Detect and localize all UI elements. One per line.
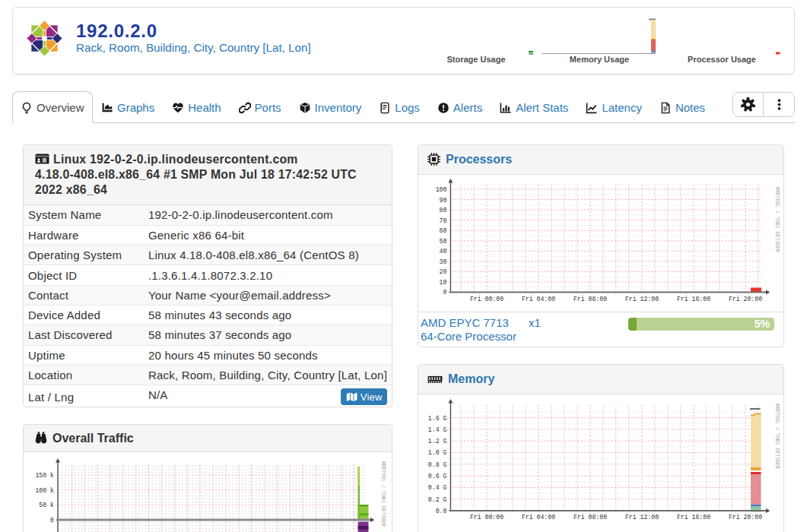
svg-text:1.2 G: 1.2 G — [428, 438, 447, 445]
svg-text:0.4 G: 0.4 G — [428, 484, 447, 491]
svg-text:0.2 G: 0.2 G — [428, 496, 447, 503]
svg-text:Fri 04:00: Fri 04:00 — [522, 514, 555, 521]
svg-text:Fri 00:00: Fri 00:00 — [470, 514, 504, 521]
svg-text:RRDTOOL / TOBI OETIKER: RRDTOOL / TOBI OETIKER — [774, 404, 780, 469]
svg-text:40: 40 — [440, 248, 447, 255]
svg-text:50 k: 50 k — [39, 502, 54, 508]
svg-text:70: 70 — [440, 217, 447, 224]
svg-text:1.4 G: 1.4 G — [428, 426, 447, 433]
svg-text:Fri 12:00: Fri 12:00 — [625, 296, 659, 302]
svg-text:10: 10 — [440, 279, 447, 286]
svg-text:0.8 G: 0.8 G — [428, 461, 447, 468]
svg-text:0.0: 0.0 — [436, 508, 447, 515]
svg-text:RRDTOOL / TOBI OETIKER: RRDTOOL / TOBI OETIKER — [774, 187, 780, 252]
svg-text:Fri 20:00: Fri 20:00 — [729, 514, 762, 521]
svg-text:100: 100 — [436, 186, 447, 193]
svg-text:1.6 G: 1.6 G — [428, 415, 447, 422]
svg-text:50: 50 — [440, 238, 447, 245]
svg-text:90: 90 — [440, 197, 447, 204]
svg-text:20: 20 — [440, 268, 447, 275]
svg-text:Fri 08:00: Fri 08:00 — [573, 514, 607, 521]
svg-text:Fri 00:00: Fri 00:00 — [470, 296, 504, 302]
svg-text:Fri 04:00: Fri 04:00 — [522, 296, 555, 302]
svg-text:80: 80 — [440, 207, 447, 214]
svg-text:60: 60 — [440, 227, 447, 234]
svg-text:30: 30 — [440, 258, 447, 265]
svg-text:0: 0 — [50, 517, 54, 524]
svg-text:Fri 12:00: Fri 12:00 — [625, 514, 659, 521]
svg-text:RRDTOOL / TOBI OETIKER: RRDTOOL / TOBI OETIKER — [380, 461, 386, 527]
svg-text:Fri 16:00: Fri 16:00 — [677, 514, 710, 521]
svg-text:150 k: 150 k — [35, 472, 54, 479]
svg-text:Fri 08:00: Fri 08:00 — [573, 296, 607, 302]
svg-text:Fri 16:00: Fri 16:00 — [677, 296, 710, 302]
svg-text:0.6 G: 0.6 G — [428, 473, 447, 480]
svg-text:100 k: 100 k — [35, 487, 54, 494]
svg-text:Fri 20:00: Fri 20:00 — [729, 296, 762, 302]
svg-text:0: 0 — [443, 289, 446, 296]
svg-text:1.0 G: 1.0 G — [428, 449, 447, 456]
